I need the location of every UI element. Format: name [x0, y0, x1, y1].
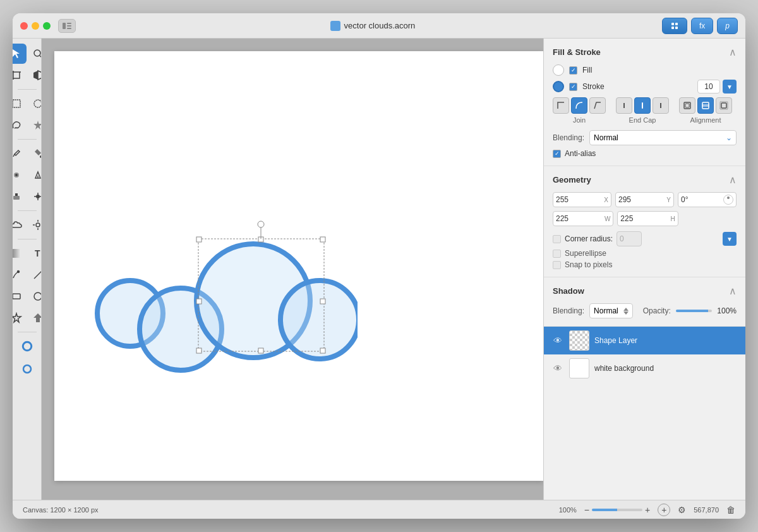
cloud-shape-tool[interactable] — [13, 215, 27, 235]
add-layer-btn[interactable]: + — [658, 504, 670, 516]
zoom-slider[interactable] — [592, 509, 642, 511]
layer-shape[interactable]: 👁 Shape Layer — [544, 327, 745, 354]
stroke-dropdown-btn[interactable]: ▼ — [723, 80, 737, 94]
w-label: W — [605, 215, 610, 222]
zoom-minus[interactable]: − — [584, 505, 589, 515]
ellipse-select-tool[interactable] — [28, 94, 42, 114]
align-inside-btn[interactable] — [679, 97, 695, 114]
magic-select-tool[interactable] — [28, 115, 42, 135]
paint-bucket-tool[interactable] — [28, 143, 42, 164]
zoom-percent: 100% — [559, 506, 577, 514]
svg-rect-37 — [13, 249, 21, 258]
sun-tool[interactable] — [28, 215, 42, 235]
join-group: Join — [553, 97, 606, 124]
clone-tool[interactable] — [28, 165, 42, 185]
p-button[interactable]: p — [717, 18, 738, 34]
rotation-input[interactable] — [681, 195, 722, 204]
stroke-circle-tool[interactable] — [17, 359, 37, 379]
join-miter-btn[interactable] — [553, 97, 569, 114]
x-input[interactable] — [556, 195, 603, 204]
corner-radius-input[interactable] — [620, 234, 639, 243]
fill-checkbox[interactable] — [569, 66, 577, 75]
h-input[interactable] — [620, 214, 669, 223]
line-tool[interactable] — [28, 265, 42, 285]
arrow-shape-tool[interactable] — [28, 308, 42, 328]
rect-shape-tool[interactable] — [13, 286, 27, 306]
brush-tool[interactable] — [13, 165, 27, 185]
gradient-tool[interactable] — [13, 243, 27, 263]
close-button[interactable] — [20, 22, 28, 30]
w-input[interactable] — [556, 214, 603, 223]
stroke-value-input[interactable] — [697, 80, 720, 94]
sidebar-toggle-button[interactable] — [58, 19, 76, 33]
svg-marker-43 — [13, 313, 21, 322]
lasso-tool[interactable] — [13, 115, 27, 135]
rect-select-tool[interactable] — [13, 94, 27, 114]
shadow-collapse[interactable]: ∧ — [729, 285, 737, 297]
opacity-slider[interactable] — [676, 310, 713, 312]
canvas-area[interactable] — [42, 39, 543, 500]
shadow-title: Shadow — [553, 286, 584, 296]
fill-color-swatch[interactable] — [553, 64, 564, 76]
antialias-checkbox[interactable] — [553, 150, 561, 158]
fill-stroke-collapse[interactable]: ∧ — [729, 46, 737, 58]
zoom-tool-button[interactable] — [28, 44, 42, 64]
svg-marker-16 — [33, 71, 38, 80]
pen-tool[interactable] — [13, 265, 27, 285]
settings-icon[interactable]: ⚙ — [678, 505, 686, 515]
y-input[interactable] — [618, 195, 665, 204]
svg-point-55 — [280, 281, 358, 359]
svg-rect-60 — [196, 299, 202, 304]
stroke-checkbox[interactable] — [569, 83, 577, 91]
svg-rect-4 — [671, 23, 674, 25]
join-round-btn[interactable] — [571, 97, 587, 114]
shadow-blend-select[interactable]: Normal — [589, 303, 633, 318]
corner-radius-checkbox[interactable] — [553, 235, 561, 243]
shadow-header: Shadow ∧ — [553, 285, 737, 297]
blending-select[interactable]: Normal ⌄ — [589, 130, 737, 145]
layers-area: 👁 Shape Layer 👁 white background — [544, 327, 745, 500]
endcap-square-btn[interactable] — [653, 97, 669, 114]
svg-point-39 — [17, 271, 19, 273]
snap-pixels-checkbox[interactable] — [553, 261, 561, 269]
fullscreen-button[interactable] — [43, 22, 51, 30]
alignment-group: Alignment — [679, 97, 732, 124]
layer-eye-bg[interactable]: 👁 — [551, 362, 564, 375]
circle-shape-tool[interactable] — [28, 286, 42, 306]
layer-bg[interactable]: 👁 white background — [544, 354, 745, 382]
layer-eye-shape[interactable]: 👁 — [551, 334, 564, 347]
eyedropper-tool[interactable] — [13, 143, 27, 164]
svg-marker-44 — [33, 313, 42, 322]
stroke-color-swatch[interactable] — [553, 81, 564, 92]
shadow-blend-stepper[interactable] — [623, 308, 629, 315]
endcap-round-btn[interactable] — [634, 97, 651, 114]
svg-rect-1 — [67, 23, 71, 24]
svg-rect-27 — [13, 196, 20, 200]
corner-radius-dropdown[interactable]: ▼ — [723, 232, 737, 246]
align-center-btn[interactable] — [697, 97, 714, 114]
align-outside-btn[interactable] — [716, 97, 732, 114]
minimize-button[interactable] — [32, 22, 39, 30]
delete-icon[interactable]: 🗑 — [726, 505, 735, 515]
star-tool[interactable] — [13, 308, 27, 328]
stamp-tool[interactable] — [13, 186, 27, 207]
superellipse-checkbox[interactable] — [553, 250, 561, 258]
layer-name-shape: Shape Layer — [594, 336, 637, 345]
ring-shape-tool[interactable] — [17, 336, 37, 356]
arrow-tool-button[interactable] — [13, 44, 27, 64]
geo-spacer — [682, 211, 737, 226]
dark-circle-tool[interactable] — [13, 359, 16, 379]
join-bevel-btn[interactable] — [589, 97, 606, 114]
fx-button[interactable]: fx — [691, 18, 713, 34]
text-tool[interactable]: T — [28, 243, 42, 263]
flip-tool-button[interactable] — [28, 65, 42, 85]
tools-button[interactable] — [662, 18, 687, 34]
zoom-plus[interactable]: + — [645, 505, 650, 515]
geometry-collapse[interactable]: ∧ — [729, 174, 737, 186]
rotation-control[interactable] — [723, 195, 733, 205]
crop-tool-button[interactable] — [13, 65, 27, 85]
sparkle-tool[interactable] — [28, 186, 42, 207]
endcap-butt-btn[interactable] — [616, 97, 632, 114]
svg-rect-71 — [685, 104, 689, 107]
svg-point-19 — [34, 100, 42, 107]
